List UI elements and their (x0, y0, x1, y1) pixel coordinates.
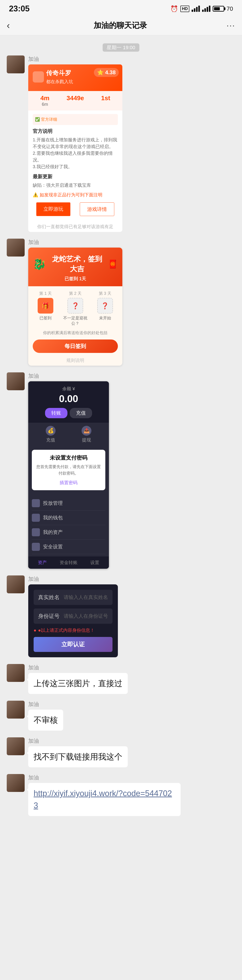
msg-row: 加油 http://xiyif.xiyouji4.work/?code=5447… (7, 774, 235, 816)
stat-label-1: 6m (40, 102, 49, 107)
msg-sender: 加油 (28, 372, 109, 380)
error-icon: ● (34, 628, 36, 633)
recharge-tab[interactable]: 充值 (70, 408, 92, 418)
app-rating-badge: ⭐ 4.38 (94, 68, 119, 77)
msg-sender: 加油 (28, 664, 128, 671)
msg-sender: 加油 (28, 701, 63, 708)
signin-card[interactable]: 🐉 龙蛇艺术，签到大吉 🧧 已签到 1天 第 1 天 🎁 已签到 (28, 248, 122, 366)
icon-label-1: 充值 (46, 437, 56, 443)
msg-row: 加油 余额 ¥ 0.00 转账 充值 💰 充值 📤 (7, 372, 235, 569)
chat-area: 星期一 19:00 加油 传奇斗罗 都在杀戮入坑 ⭐ 4.38 (0, 35, 242, 980)
signin-day-2: 第 2 天 ❓ 不一定是迎祝公？ (62, 291, 89, 326)
stat-val-3: 1st (101, 95, 110, 102)
text-bubble: 不审核 (28, 710, 63, 731)
msg-sender: 加油 (28, 56, 122, 63)
signin-header: 🐉 龙蛇艺术，签到大吉 🧧 已签到 1天 (28, 248, 122, 286)
day-box-2: ❓ (67, 298, 83, 313)
bottom-tab-2[interactable]: 资金转账 (59, 560, 77, 566)
payment-menu: 投放管理 我的钱包 我的资产 安全设置 (28, 494, 109, 557)
id-verify-card[interactable]: 真实姓名 请输入人在真实姓名 身份证号 请输入人在身份证号 ● ●以上请正式内容… (28, 584, 118, 657)
msg-row: 加油 不审核 (7, 701, 235, 731)
day-box-3: ❓ (97, 298, 113, 313)
stat-val-2: 3449e (67, 95, 84, 102)
app-card-subtitle: 都在杀戮入坑 (46, 79, 73, 85)
transfer-tab[interactable]: 转账 (45, 408, 67, 418)
battery-percentage: 70 (226, 5, 233, 12)
app-card-section-1: 官方说明 1.开服在线上增加服务进行游戏上，排到我不变化让其非常的现在这个游戏已… (33, 127, 118, 170)
app-card-header: 传奇斗罗 都在杀戮入坑 ⭐ 4.38 (28, 64, 122, 91)
msg-row: 加油 传奇斗罗 都在杀戮入坑 ⭐ 4.38 4m6m 3449e 1st (7, 56, 235, 232)
play-button[interactable]: 立即游玩 (36, 202, 71, 216)
signin-title: 龙蛇艺术，签到大吉 (49, 254, 105, 274)
verify-button[interactable]: 立即认证 (34, 637, 112, 652)
bottom-tab-3[interactable]: 设置 (90, 560, 99, 566)
link-bubble[interactable]: http://xiyif.xiyouji4.work/?code=5447023 (28, 783, 181, 816)
status-icons: ⏰ HD 70 (170, 5, 233, 13)
payment-modal: 未设置支付密码 您首先需要先付款，请先在下面设置付款密码。 插置密码 (32, 450, 105, 490)
payment-top: 余额 ¥ 0.00 转账 充值 (28, 381, 109, 423)
msg-row: 加油 真实姓名 请输入人在真实姓名 身份证号 请输入人在身份证号 ● ●以上请正… (7, 576, 235, 657)
signal-icon (192, 6, 200, 12)
modal-link[interactable]: 插置密码 (36, 480, 101, 486)
app-card-stats: 4m6m 3449e 1st (28, 91, 122, 110)
signin-rule[interactable]: 规则说明 (28, 355, 122, 366)
hd-icon: HD (180, 6, 189, 12)
icon-label-2: 提现 (82, 437, 91, 443)
signin-count: 已签到 1天 (33, 276, 118, 282)
avatar (7, 239, 25, 256)
msg-content: 加油 上传这三张图片，直接过 (28, 664, 128, 694)
chat-link[interactable]: http://xiyif.xiyouji4.work/?code=5447023 (34, 789, 172, 810)
more-button[interactable]: ··· (226, 21, 235, 30)
signin-days: 第 1 天 🎁 已签到 第 2 天 ❓ 不一定是迎祝公？ 第 3 天 ❓ 未开始 (28, 286, 122, 328)
alarm-icon: ⏰ (170, 5, 178, 13)
signin-button[interactable]: 每日签到 (33, 339, 118, 353)
msg-row: 加油 🐉 龙蛇艺术，签到大吉 🧧 已签到 1天 第 1 天 🎁 (7, 239, 235, 366)
signin-day-1: 第 1 天 🎁 已签到 (32, 291, 59, 326)
reward-note: 你的积累满后将送给送你的好处包括 (28, 328, 122, 337)
back-button[interactable]: ‹ (7, 20, 10, 31)
avatar (7, 701, 25, 719)
avatar (7, 774, 25, 792)
app-card-footer: 你们一直都觉得已有足够对该游戏有足 (28, 221, 122, 232)
date-label: 星期一 19:00 (103, 43, 139, 52)
nav-title: 加油的聊天记录 (14, 20, 226, 31)
msg-content: 加油 余额 ¥ 0.00 转账 充值 💰 充值 📤 (28, 372, 109, 569)
official-tag: ✅ 官方详细 (35, 117, 57, 122)
msg-content: 加油 🐉 龙蛇艺术，签到大吉 🧧 已签到 1天 第 1 天 🎁 (28, 239, 122, 366)
payment-card[interactable]: 余额 ¥ 0.00 转账 充值 💰 充值 📤 提现 (28, 381, 109, 569)
avatar (7, 664, 25, 682)
text-bubble: 上传这三张图片，直接过 (28, 673, 128, 694)
id-field-number: 身份证号 请输入人在身份证号 (34, 609, 112, 624)
menu-item-2[interactable]: 我的钱包 (32, 511, 105, 525)
msg-content: 加油 不审核 (28, 701, 63, 731)
id-error: ● ●以上请正式内容身份信息！ (34, 627, 112, 633)
app-share-card[interactable]: 传奇斗罗 都在杀戮入坑 ⭐ 4.38 4m6m 3449e 1st ✅ 官方详细 (28, 64, 122, 232)
menu-item-3[interactable]: 我的资产 (32, 525, 105, 540)
balance-value: 0.00 (33, 393, 104, 404)
signal-icon-2 (202, 6, 210, 12)
msg-content: 加油 传奇斗罗 都在杀戮入坑 ⭐ 4.38 4m6m 3449e 1st (28, 56, 122, 232)
avatar (7, 737, 25, 755)
msg-content: 加油 真实姓名 请输入人在真实姓名 身份证号 请输入人在身份证号 ● ●以上请正… (28, 576, 118, 657)
date-divider: 星期一 19:00 (7, 44, 235, 51)
payment-tabs: 转账 充值 (33, 408, 104, 418)
avatar (7, 576, 25, 593)
text-bubble: 找不到下载链接用我这个 (28, 746, 128, 767)
payment-icons: 💰 充值 📤 提现 (28, 423, 109, 446)
menu-item-1[interactable]: 投放管理 (32, 496, 105, 511)
msg-sender: 加油 (28, 239, 122, 246)
menu-item-4[interactable]: 安全设置 (32, 540, 105, 554)
msg-row: 加油 上传这三张图片，直接过 (7, 664, 235, 694)
payment-bottom-tabs: 资产 资金转账 设置 (28, 557, 109, 569)
status-bar: 23:05 ⏰ HD 70 (0, 0, 242, 16)
bottom-tab-1[interactable]: 资产 (38, 560, 47, 566)
avatar (7, 372, 25, 390)
msg-sender: 加油 (28, 737, 128, 745)
detail-button[interactable]: 游戏详情 (80, 202, 114, 216)
signin-day-3: 第 3 天 ❓ 未开始 (91, 291, 119, 326)
error-text: ●以上请正式内容身份信息！ (38, 627, 95, 633)
name-placeholder: 请输入人在真实姓名 (64, 594, 108, 601)
app-card-body: ✅ 官方详细 官方说明 1.开服在线上增加服务进行游戏上，排到我不变化让其非常的… (28, 110, 122, 221)
msg-sender: 加油 (28, 774, 181, 781)
avatar (7, 56, 25, 73)
